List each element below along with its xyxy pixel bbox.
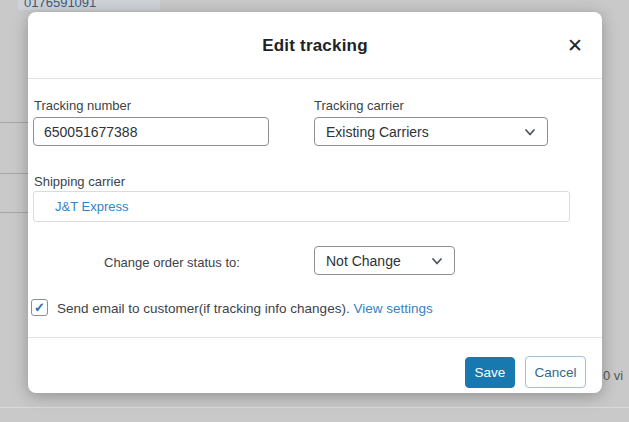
chevron-down-icon	[430, 254, 444, 268]
tracking-carrier-select[interactable]: Existing Carriers	[314, 117, 548, 146]
cancel-button[interactable]: Cancel	[525, 356, 586, 388]
background-table-line	[0, 122, 28, 123]
order-status-select[interactable]: Not Change	[314, 246, 455, 275]
tracking-carrier-label: Tracking carrier	[314, 98, 404, 113]
tracking-carrier-selected-value: Existing Carriers	[326, 124, 429, 140]
tracking-number-input[interactable]	[33, 117, 269, 146]
background-table-line	[0, 212, 28, 213]
view-settings-link[interactable]: View settings	[353, 301, 432, 316]
send-email-checkbox[interactable]: ✓	[31, 299, 48, 316]
order-status-label: Change order status to:	[104, 255, 240, 270]
footer-divider	[28, 337, 602, 338]
send-email-label: Send email to customer(if tracking info …	[57, 301, 433, 316]
modal-title: Edit tracking	[28, 12, 602, 79]
send-email-text: Send email to customer(if tracking info …	[57, 301, 353, 316]
close-icon[interactable]: ✕	[562, 32, 588, 58]
background-footer-line	[0, 407, 629, 408]
save-button[interactable]: Save	[465, 357, 515, 388]
chevron-down-icon	[523, 125, 537, 139]
modal-header: Edit tracking ✕	[28, 12, 602, 79]
edit-tracking-modal: Edit tracking ✕ Tracking number Tracking…	[28, 12, 602, 393]
checkmark-icon: ✓	[34, 300, 45, 315]
shipping-carrier-box[interactable]: J&T Express	[33, 191, 570, 222]
tracking-number-label: Tracking number	[34, 98, 131, 113]
background-views-text: 0 vi	[603, 368, 623, 383]
shipping-carrier-label: Shipping carrier	[34, 174, 125, 189]
background-table-line	[0, 173, 28, 174]
order-status-selected-value: Not Change	[326, 253, 401, 269]
background-order-number: 0176591091	[24, 0, 96, 10]
shipping-carrier-value[interactable]: J&T Express	[55, 199, 128, 214]
